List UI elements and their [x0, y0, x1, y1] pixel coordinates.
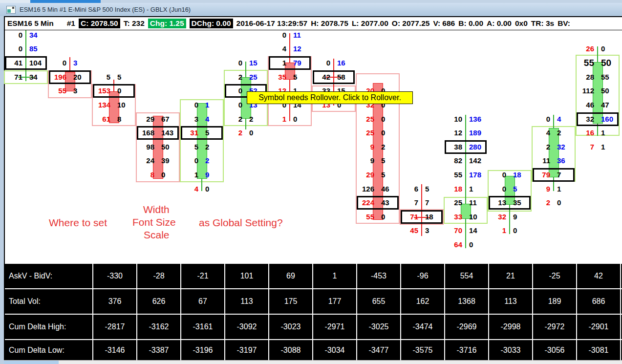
candle-4-bid-value: 0: [172, 100, 198, 110]
annotation-text-1: Width: [143, 204, 170, 215]
candle-8-bid-value: 25: [348, 128, 374, 138]
candle-13-bid-value: 112: [568, 86, 594, 96]
candle-5-bid-value: 2: [216, 128, 242, 138]
candle-8-bid-value: 29: [348, 170, 374, 180]
horizontal-scrollbar-thumb[interactable]: [4, 361, 59, 364]
annotation-text-4: as Global Setting?: [199, 217, 283, 229]
candle-10-ask-value: 189: [469, 128, 498, 138]
candle-13-bid-value: 16: [568, 128, 594, 138]
candle-13-ask-value: 160: [601, 114, 622, 124]
candle-13-bid-value: 55: [568, 58, 594, 68]
candle-2-bid-value: 153: [84, 86, 110, 96]
rollover-tooltip[interactable]: Symbol needs Rollover. Click to Rollover…: [247, 91, 413, 104]
candle-7-ask-value: 58: [337, 72, 366, 82]
candle-12-ask-value: 1: [557, 184, 586, 194]
scrollbar-corner: [0, 360, 4, 364]
candle-12-ask-value: 36: [557, 156, 586, 166]
candle-2-bid-value: 134: [84, 100, 110, 110]
candle-13-bid-value: 46: [568, 100, 594, 110]
candle-12-ask-value: 7: [557, 170, 586, 180]
candle-6-bid-value: 1: [260, 58, 286, 68]
candle-10-ask-value: 0: [469, 240, 498, 250]
candle-4-bid-value: 4: [172, 184, 198, 194]
candle-1-bid-value: 0: [40, 58, 66, 68]
annotation-text-2: Font Size: [132, 216, 176, 228]
candle-8-bid-value: 126: [348, 184, 374, 194]
candle-5-bid-value: 0: [216, 58, 242, 68]
candle-8-bid-value: 25: [348, 114, 374, 124]
candle-2-ask-value: 5: [117, 72, 147, 82]
candle-6-ask-value: 11: [293, 30, 322, 40]
candle-13-ask-value: 47: [601, 100, 622, 110]
candle-3-bid-value: 8: [128, 170, 154, 180]
candle-10-bid-value: 38: [436, 142, 462, 152]
candle-13-ask-value: 1: [601, 128, 622, 138]
candle-1-ask-value: 3: [73, 58, 103, 68]
candle-2-ask-value: 0: [117, 86, 147, 96]
candle-10-bid-value: 10: [436, 114, 462, 124]
candle-13-ask-value: 50: [601, 58, 622, 68]
candle-6-bid-value: 4: [260, 44, 286, 54]
candle-7-bid-value: 0: [304, 58, 330, 68]
candle-10-bid-value: 33: [436, 212, 462, 222]
candle-9-bid-value: 71: [392, 212, 418, 222]
candle-13-bid-value: 7: [568, 142, 594, 152]
candle-13-bid-value: 26: [568, 44, 594, 54]
candle-2-bid-value: 5: [84, 72, 110, 82]
candle-10-bid-value: 12: [436, 128, 462, 138]
candle-6-bid-value: 0: [260, 30, 286, 40]
candle-2-bid-value: 61: [84, 114, 110, 124]
candle-10-bid-value: 55: [436, 170, 462, 180]
candle-8-ask-value: 2: [381, 142, 410, 152]
candle-11-bid-value: 13: [480, 198, 506, 208]
candle-12-bid-value: 2: [524, 142, 550, 152]
candle-1-bid-value: 196: [40, 72, 66, 82]
candle-8-bid-value: 55: [348, 212, 374, 222]
candle-0-bid-value: 0: [0, 44, 22, 54]
candle-1-bid-value: 55: [40, 86, 66, 96]
candle-9-bid-value: 6: [392, 184, 418, 194]
candle-10-ask-value: 136: [469, 114, 498, 124]
candle-8-ask-value: 0: [381, 128, 410, 138]
candle-10-bid-value: 82: [436, 156, 462, 166]
horizontal-scrollbar[interactable]: [4, 360, 622, 364]
candle-0-bid-value: 41: [0, 58, 22, 68]
candle-0-wick: [25, 30, 26, 81]
candle-11-ask-value: 0: [513, 226, 542, 236]
candle-3-bid-value: 24: [128, 156, 154, 166]
candle-10-bid-value: 18: [436, 184, 462, 194]
candle-11-bid-value: 32: [480, 212, 506, 222]
candle-11-bid-value: 0: [480, 170, 506, 180]
candle-12-bid-value: 79: [524, 170, 550, 180]
stats-table: [5, 264, 622, 360]
candle-8-ask-value: 5: [381, 170, 410, 180]
candle-8-bid-value: 9: [348, 142, 374, 152]
candle-10-ask-value: 280: [469, 142, 498, 152]
candle-12-bid-value: 4: [524, 128, 550, 138]
candle-9-bid-value: 7: [392, 198, 418, 208]
candle-11-ask-value: 9: [513, 212, 542, 222]
annotation-text-0: Where to set: [49, 217, 107, 229]
candle-7-ask-value: 16: [337, 58, 366, 68]
candle-4-ask-value: 0: [205, 184, 235, 194]
candle-10-ask-value: 142: [469, 156, 498, 166]
candle-13-bid-value: 28: [568, 72, 594, 82]
candle-10-bid-value: 25: [436, 198, 462, 208]
candle-10-bid-value: 64: [436, 240, 462, 250]
candle-12-bid-value: 9: [524, 184, 550, 194]
candle-6-bid-value: 1: [260, 114, 286, 124]
candle-4-bid-value: 1: [172, 170, 198, 180]
candle-5-bid-value: 2: [216, 114, 242, 124]
candle-0-ask-value: 85: [29, 44, 59, 54]
candle-4-bid-value: 5: [172, 142, 198, 152]
candle-6-bid-value: 35: [260, 72, 286, 82]
candle-12-bid-value: 11: [524, 156, 550, 166]
candle-13-ask-value: 50: [601, 86, 622, 96]
candle-8-ask-value: 0: [381, 114, 410, 124]
candle-4-bid-value: 31: [172, 128, 198, 138]
candle-12-bid-value: 0: [524, 114, 550, 124]
candle-4-ask-value: 2: [205, 156, 235, 166]
app-window: ESM16 5 Min #1 E-Mini S&P 500 Index (ES)…: [0, 0, 622, 364]
candle-7-bid-value: 42: [304, 72, 330, 82]
candle-13-ask-value: 55: [601, 72, 622, 82]
